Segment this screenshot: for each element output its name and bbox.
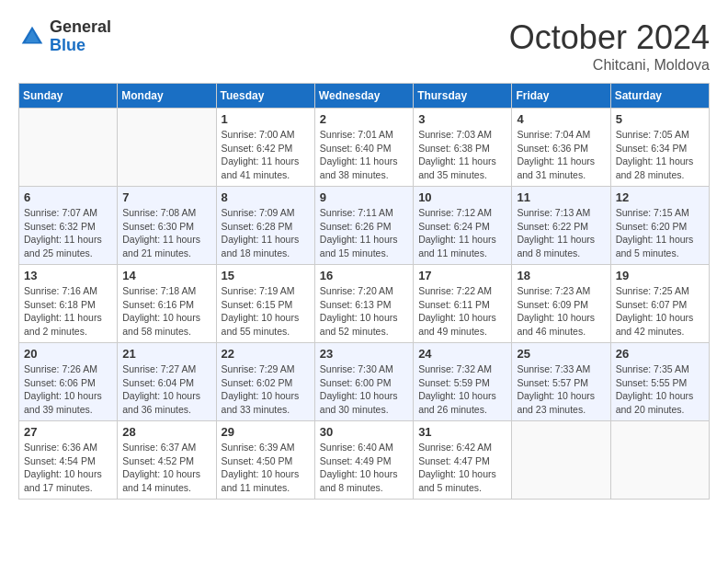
calendar-cell: 29Sunrise: 6:39 AMSunset: 4:50 PMDayligh… (216, 421, 314, 500)
day-info: Sunrise: 7:12 AMSunset: 6:24 PMDaylight:… (418, 206, 506, 260)
calendar-cell: 25Sunrise: 7:33 AMSunset: 5:57 PMDayligh… (512, 343, 610, 421)
day-number: 12 (616, 190, 704, 204)
day-number: 5 (616, 112, 704, 126)
calendar-cell: 1Sunrise: 7:00 AMSunset: 6:42 PMDaylight… (216, 109, 314, 187)
day-number: 23 (320, 347, 408, 361)
calendar-cell: 22Sunrise: 7:29 AMSunset: 6:02 PMDayligh… (216, 343, 314, 421)
day-info: Sunrise: 7:25 AMSunset: 6:07 PMDaylight:… (616, 284, 704, 339)
day-number: 29 (222, 425, 310, 439)
calendar-cell: 27Sunrise: 6:36 AMSunset: 4:54 PMDayligh… (19, 421, 118, 500)
day-number: 14 (122, 269, 210, 282)
calendar-cell: 7Sunrise: 7:08 AMSunset: 6:30 PMDaylight… (118, 187, 216, 265)
calendar-cell: 15Sunrise: 7:19 AMSunset: 6:15 PMDayligh… (216, 265, 314, 343)
logo-blue-text: Blue (50, 37, 111, 55)
day-info: Sunrise: 7:05 AMSunset: 6:34 PMDaylight:… (616, 128, 704, 182)
calendar-cell: 13Sunrise: 7:16 AMSunset: 6:18 PMDayligh… (19, 265, 118, 343)
day-info: Sunrise: 7:22 AMSunset: 6:11 PMDaylight:… (418, 284, 506, 339)
day-number: 6 (24, 190, 112, 204)
day-number: 4 (517, 112, 605, 126)
day-info: Sunrise: 7:07 AMSunset: 6:32 PMDaylight:… (24, 206, 112, 260)
day-number: 7 (122, 190, 210, 204)
calendar-cell: 20Sunrise: 7:26 AMSunset: 6:06 PMDayligh… (19, 343, 118, 421)
calendar-cell: 6Sunrise: 7:07 AMSunset: 6:32 PMDaylight… (19, 187, 118, 265)
column-header-thursday: Thursday (414, 84, 512, 109)
calendar-cell (512, 421, 610, 500)
day-info: Sunrise: 7:11 AMSunset: 6:26 PMDaylight:… (320, 206, 408, 260)
calendar-week-row: 20Sunrise: 7:26 AMSunset: 6:06 PMDayligh… (19, 343, 710, 421)
day-info: Sunrise: 7:32 AMSunset: 5:59 PMDaylight:… (418, 362, 506, 417)
day-info: Sunrise: 7:09 AMSunset: 6:28 PMDaylight:… (222, 206, 310, 260)
day-number: 8 (222, 190, 310, 204)
day-number: 20 (24, 347, 112, 361)
day-number: 31 (418, 425, 506, 439)
day-info: Sunrise: 7:00 AMSunset: 6:42 PMDaylight:… (222, 128, 310, 182)
column-header-monday: Monday (118, 84, 216, 109)
calendar-cell: 31Sunrise: 6:42 AMSunset: 4:47 PMDayligh… (414, 421, 512, 500)
calendar-cell: 14Sunrise: 7:18 AMSunset: 6:16 PMDayligh… (118, 265, 216, 343)
day-number: 10 (418, 190, 506, 204)
calendar-cell: 12Sunrise: 7:15 AMSunset: 6:20 PMDayligh… (610, 187, 709, 265)
day-number: 16 (320, 269, 408, 282)
day-info: Sunrise: 7:03 AMSunset: 6:38 PMDaylight:… (418, 128, 506, 182)
day-number: 18 (517, 269, 605, 282)
calendar-week-row: 6Sunrise: 7:07 AMSunset: 6:32 PMDaylight… (19, 187, 710, 265)
day-number: 27 (24, 425, 112, 439)
logo: General Blue (18, 18, 111, 55)
month-title: October 2024 (509, 18, 710, 57)
day-number: 22 (222, 347, 310, 361)
day-number: 1 (222, 112, 310, 126)
calendar-cell: 11Sunrise: 7:13 AMSunset: 6:22 PMDayligh… (512, 187, 610, 265)
day-info: Sunrise: 6:37 AMSunset: 4:52 PMDaylight:… (122, 441, 210, 495)
calendar-week-row: 27Sunrise: 6:36 AMSunset: 4:54 PMDayligh… (19, 421, 710, 500)
calendar-cell (19, 109, 118, 187)
day-info: Sunrise: 7:18 AMSunset: 6:16 PMDaylight:… (122, 284, 210, 339)
day-info: Sunrise: 6:40 AMSunset: 4:49 PMDaylight:… (320, 441, 408, 495)
day-info: Sunrise: 7:16 AMSunset: 6:18 PMDaylight:… (24, 284, 112, 339)
logo-general: General (50, 18, 111, 37)
day-info: Sunrise: 6:36 AMSunset: 4:54 PMDaylight:… (24, 441, 112, 495)
day-number: 17 (418, 269, 506, 282)
calendar-cell: 2Sunrise: 7:01 AMSunset: 6:40 PMDaylight… (314, 109, 413, 187)
calendar-cell: 5Sunrise: 7:05 AMSunset: 6:34 PMDaylight… (610, 109, 709, 187)
day-number: 11 (517, 190, 605, 204)
column-header-wednesday: Wednesday (314, 84, 413, 109)
calendar-cell: 4Sunrise: 7:04 AMSunset: 6:36 PMDaylight… (512, 109, 610, 187)
day-number: 2 (320, 112, 408, 126)
day-info: Sunrise: 7:15 AMSunset: 6:20 PMDaylight:… (616, 206, 704, 260)
location: Chitcani, Moldova (509, 57, 710, 74)
calendar-table: SundayMondayTuesdayWednesdayThursdayFrid… (18, 83, 710, 500)
day-number: 30 (320, 425, 408, 439)
calendar-cell: 23Sunrise: 7:30 AMSunset: 6:00 PMDayligh… (314, 343, 413, 421)
day-number: 15 (222, 269, 310, 282)
day-info: Sunrise: 7:08 AMSunset: 6:30 PMDaylight:… (122, 206, 210, 260)
calendar-cell: 9Sunrise: 7:11 AMSunset: 6:26 PMDaylight… (314, 187, 413, 265)
calendar-cell: 21Sunrise: 7:27 AMSunset: 6:04 PMDayligh… (118, 343, 216, 421)
page-header: General Blue October 2024 Chitcani, Mold… (18, 18, 710, 74)
day-info: Sunrise: 7:33 AMSunset: 5:57 PMDaylight:… (517, 362, 605, 417)
day-info: Sunrise: 7:04 AMSunset: 6:36 PMDaylight:… (517, 128, 605, 182)
logo-icon (18, 23, 46, 51)
calendar-cell: 18Sunrise: 7:23 AMSunset: 6:09 PMDayligh… (512, 265, 610, 343)
day-number: 24 (418, 347, 506, 361)
calendar-cell: 3Sunrise: 7:03 AMSunset: 6:38 PMDaylight… (414, 109, 512, 187)
column-header-sunday: Sunday (19, 84, 118, 109)
calendar-week-row: 13Sunrise: 7:16 AMSunset: 6:18 PMDayligh… (19, 265, 710, 343)
day-number: 3 (418, 112, 506, 126)
calendar-cell: 30Sunrise: 6:40 AMSunset: 4:49 PMDayligh… (314, 421, 413, 500)
column-header-friday: Friday (512, 84, 610, 109)
calendar-cell: 10Sunrise: 7:12 AMSunset: 6:24 PMDayligh… (414, 187, 512, 265)
day-info: Sunrise: 7:30 AMSunset: 6:00 PMDaylight:… (320, 362, 408, 417)
day-info: Sunrise: 7:23 AMSunset: 6:09 PMDaylight:… (517, 284, 605, 339)
day-info: Sunrise: 7:27 AMSunset: 6:04 PMDaylight:… (122, 362, 210, 417)
day-info: Sunrise: 7:01 AMSunset: 6:40 PMDaylight:… (320, 128, 408, 182)
day-info: Sunrise: 7:35 AMSunset: 5:55 PMDaylight:… (616, 362, 704, 417)
day-info: Sunrise: 6:39 AMSunset: 4:50 PMDaylight:… (222, 441, 310, 495)
day-number: 21 (122, 347, 210, 361)
day-number: 25 (517, 347, 605, 361)
calendar-cell (610, 421, 709, 500)
day-number: 13 (24, 269, 112, 282)
day-info: Sunrise: 7:13 AMSunset: 6:22 PMDaylight:… (517, 206, 605, 260)
day-info: Sunrise: 7:29 AMSunset: 6:02 PMDaylight:… (222, 362, 310, 417)
day-number: 9 (320, 190, 408, 204)
column-header-tuesday: Tuesday (216, 84, 314, 109)
